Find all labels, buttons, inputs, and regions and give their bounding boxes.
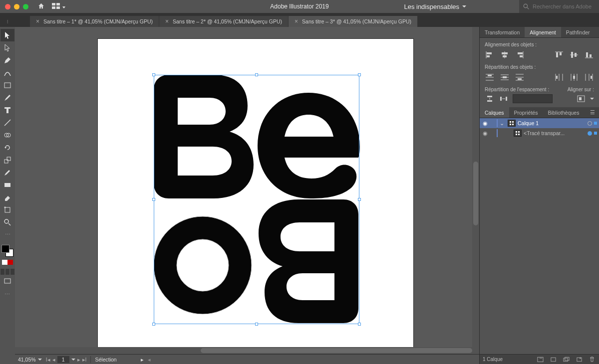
document-tab[interactable]: ×Sans titre – 2* @ 41,05% (CMJN/Aperçu G… xyxy=(159,16,289,27)
zoom-field[interactable]: 41,05% xyxy=(18,357,42,363)
color-none-swatch[interactable] xyxy=(2,260,13,265)
status-flyout-button[interactable]: ▸ xyxy=(141,357,144,363)
chevron-down-icon[interactable] xyxy=(71,358,75,361)
close-tab-icon[interactable]: × xyxy=(165,18,169,25)
pen-tool[interactable] xyxy=(0,54,14,66)
line-segment-tool[interactable] xyxy=(0,116,14,129)
delete-layer-button[interactable] xyxy=(588,356,596,363)
direct-selection-tool[interactable] xyxy=(0,41,14,54)
next-artboard-button[interactable]: ▸ xyxy=(77,357,80,363)
prev-artboard-button[interactable]: ◂ xyxy=(52,357,55,363)
spacing-value-field[interactable] xyxy=(513,94,553,103)
layer-row[interactable]: ◉ ⌄ Calque 1 xyxy=(480,118,599,128)
align-right-button[interactable] xyxy=(515,50,525,59)
dist-hcenter-button[interactable] xyxy=(569,73,579,82)
artboard-tool[interactable] xyxy=(0,203,14,216)
dist-space-v-button[interactable] xyxy=(485,94,495,103)
paintbrush-tool[interactable] xyxy=(0,91,14,104)
tab-proprietes[interactable]: Propriétés xyxy=(509,107,543,118)
new-layer-button[interactable] xyxy=(575,356,583,363)
last-artboard-button[interactable]: ▸I xyxy=(82,357,87,363)
layer-target[interactable] xyxy=(588,121,597,126)
artboard-number[interactable]: 1 xyxy=(57,356,69,363)
shape-builder-tool[interactable] xyxy=(0,129,14,141)
zoom-window-button[interactable] xyxy=(23,4,28,9)
align-hcenter-button[interactable] xyxy=(500,50,510,59)
layer-row[interactable]: ◉ <Tracé transpar... xyxy=(480,128,599,138)
horizontal-scrollbar[interactable] xyxy=(15,347,479,354)
stock-search-input[interactable] xyxy=(533,3,593,9)
selection-handle[interactable] xyxy=(152,73,155,76)
rotate-tool[interactable] xyxy=(0,141,14,154)
selection-handle[interactable] xyxy=(255,73,258,76)
document-tab-active[interactable]: ×Sans titre – 3* @ 41,05% (CMJN/Aperçu G… xyxy=(289,16,418,27)
zoom-tool[interactable] xyxy=(0,216,14,228)
disclosure-triangle[interactable]: ⌄ xyxy=(500,120,506,126)
home-icon[interactable] xyxy=(37,2,45,10)
tab-transformation[interactable]: Transformation xyxy=(480,27,525,37)
eyedropper-tool[interactable] xyxy=(0,166,14,179)
workspace-switcher[interactable]: Les indispensables xyxy=(404,3,466,10)
type-tool[interactable] xyxy=(0,104,14,116)
dist-space-h-button[interactable] xyxy=(499,94,509,103)
eraser-tool[interactable] xyxy=(0,191,14,203)
edit-toolbar-button[interactable]: ⋯ xyxy=(4,291,10,298)
visibility-toggle[interactable]: ◉ xyxy=(482,120,489,126)
align-vcenter-button[interactable] xyxy=(569,50,579,59)
selection-handle[interactable] xyxy=(152,198,155,201)
screen-mode-button[interactable] xyxy=(0,275,14,287)
document-tab[interactable]: ×Sans titre – 1* @ 41,05% (CMJN/Aperçu G… xyxy=(30,16,159,27)
dist-top-button[interactable] xyxy=(485,73,495,82)
layer-name[interactable]: <Tracé transpar... xyxy=(524,130,565,136)
tab-alignement[interactable]: Alignement xyxy=(525,27,561,37)
layer-count: 1 Calque xyxy=(483,357,503,362)
artboard-stage[interactable] xyxy=(15,27,479,354)
tab-calques[interactable]: Calques xyxy=(480,107,509,118)
stock-search[interactable] xyxy=(519,0,599,13)
layer-name[interactable]: Calque 1 xyxy=(518,120,539,126)
selection-handle[interactable] xyxy=(152,323,155,326)
artboard[interactable] xyxy=(98,39,413,354)
dist-left-button[interactable] xyxy=(554,73,564,82)
dist-right-button[interactable] xyxy=(584,73,594,82)
fill-stroke-swatches[interactable] xyxy=(1,245,13,257)
dots-tool[interactable]: ⋯ xyxy=(0,228,14,241)
new-sublayer-button[interactable] xyxy=(562,356,570,363)
layer-target[interactable] xyxy=(588,131,597,136)
selection-handle[interactable] xyxy=(255,323,258,326)
minimize-window-button[interactable] xyxy=(14,4,19,9)
panel-menu-icon[interactable]: ☰ xyxy=(595,29,599,35)
gradient-tool[interactable] xyxy=(0,179,14,191)
dist-vcenter-button[interactable] xyxy=(500,73,510,82)
status-prev-button[interactable]: ◂ xyxy=(148,357,151,363)
toolbar-grip[interactable]: ፧ xyxy=(0,16,15,27)
align-to-button[interactable] xyxy=(576,94,586,103)
close-tab-icon[interactable]: × xyxy=(295,18,298,25)
dist-bottom-button[interactable] xyxy=(515,73,525,82)
vertical-scrollbar[interactable] xyxy=(472,27,479,347)
curvature-tool[interactable] xyxy=(0,66,14,79)
draw-mode-buttons[interactable] xyxy=(0,269,14,275)
fill-swatch[interactable] xyxy=(1,245,9,253)
scale-tool[interactable] xyxy=(0,154,14,166)
make-clip-mask-button[interactable] xyxy=(549,356,557,363)
panel-menu-icon[interactable]: ☰ xyxy=(586,109,599,116)
selection-handle[interactable] xyxy=(358,323,361,326)
visibility-toggle[interactable]: ◉ xyxy=(482,130,489,136)
first-artboard-button[interactable]: I◂ xyxy=(46,357,50,363)
selection-tool[interactable] xyxy=(0,29,14,41)
arrange-documents-icon[interactable] xyxy=(52,3,65,10)
align-bottom-button[interactable] xyxy=(584,50,594,59)
selection-bounding-box[interactable] xyxy=(154,75,359,324)
close-window-button[interactable] xyxy=(5,4,10,9)
rectangle-tool[interactable] xyxy=(0,79,14,91)
tab-bibliotheques[interactable]: Bibliothèques xyxy=(543,107,584,118)
chevron-down-icon[interactable] xyxy=(590,97,594,100)
locate-object-button[interactable] xyxy=(536,356,544,363)
selection-handle[interactable] xyxy=(358,198,361,201)
selection-handle[interactable] xyxy=(358,73,361,76)
close-tab-icon[interactable]: × xyxy=(36,18,39,25)
tab-pathfinder[interactable]: Pathfinder xyxy=(561,27,595,37)
align-left-button[interactable] xyxy=(485,50,495,59)
align-top-button[interactable] xyxy=(554,50,564,59)
